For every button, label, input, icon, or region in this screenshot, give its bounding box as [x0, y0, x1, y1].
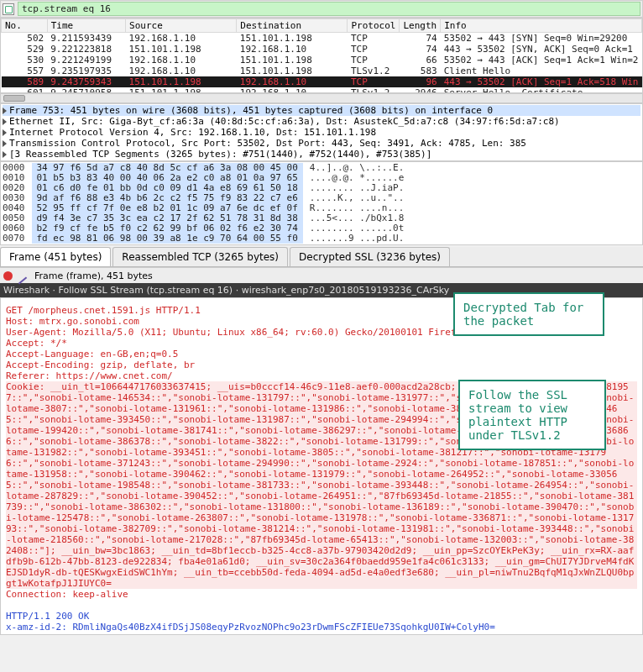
expand-icon[interactable] — [3, 129, 7, 136]
status-bar: Frame (frame), 451 bytes — [0, 267, 643, 283]
tree-row[interactable]: Frame 753: 451 bytes on wire (3608 bits)… — [3, 105, 640, 116]
annotation-decrypted-tab: Decrypted Tab for the packet — [453, 292, 604, 336]
packet-details-tree[interactable]: Frame 753: 451 bytes on wire (3608 bits)… — [0, 103, 643, 161]
annotation-follow-ssl: Follow the SSL stream to view plaintext … — [458, 380, 606, 450]
packet-row[interactable]: 6019.245710958151.101.1.198192.168.1.10T… — [2, 87, 642, 93]
byte-view-tab[interactable]: Decrypted SSL (3236 bytes) — [290, 247, 450, 266]
byte-view-tab[interactable]: Frame (451 bytes) — [0, 247, 111, 266]
expand-icon[interactable] — [3, 118, 7, 125]
expert-info-icon[interactable] — [3, 271, 13, 281]
byte-view-tab[interactable]: Reassembled TCP (3265 bytes) — [112, 247, 288, 266]
status-text: Frame (frame), 451 bytes — [34, 270, 153, 281]
display-filter-input[interactable] — [18, 2, 640, 16]
hscrollbar[interactable] — [0, 93, 643, 103]
expand-icon[interactable] — [3, 151, 7, 158]
packet-row[interactable]: 5579.235197935192.168.1.10151.101.1.198T… — [2, 66, 642, 76]
packet-row[interactable]: 5299.221223818151.101.1.198192.168.1.10T… — [2, 44, 642, 55]
bookmark-icon[interactable] — [3, 3, 14, 15]
expand-icon[interactable] — [3, 108, 7, 114]
packet-row[interactable]: 5029.211593439192.168.1.10151.101.1.198T… — [2, 33, 642, 45]
colorize-icon[interactable] — [18, 270, 29, 281]
tree-row[interactable]: Ethernet II, Src: Giga-Byt_cf:a6:3a (40:… — [3, 116, 640, 127]
packet-row[interactable]: 5899.243759343151.101.1.198192.168.1.10T… — [2, 76, 642, 87]
follow-ssl-stream[interactable]: GET /morpheus.cnet.1591.js HTTP/1.1Host:… — [0, 297, 643, 635]
tree-row[interactable]: Transmission Control Protocol, Src Port:… — [3, 138, 640, 149]
packet-bytes-hex[interactable]: 00000010002000300040005000600070 34 97 f… — [0, 161, 643, 245]
packet-row[interactable]: 5309.221249199192.168.1.10151.101.1.198T… — [2, 55, 642, 66]
tree-row[interactable]: [3 Reassembled TCP Segments (3265 bytes)… — [3, 149, 640, 160]
tree-row[interactable]: Internet Protocol Version 4, Src: 192.16… — [3, 127, 640, 138]
packet-list-header: No. Time Source Destination Protocol Len… — [2, 19, 642, 33]
expand-icon[interactable] — [3, 140, 7, 147]
filter-bar — [0, 0, 643, 18]
packet-list[interactable]: No. Time Source Destination Protocol Len… — [0, 18, 643, 93]
byte-view-tabs: Frame (451 bytes)Reassembled TCP (3265 b… — [0, 247, 643, 267]
